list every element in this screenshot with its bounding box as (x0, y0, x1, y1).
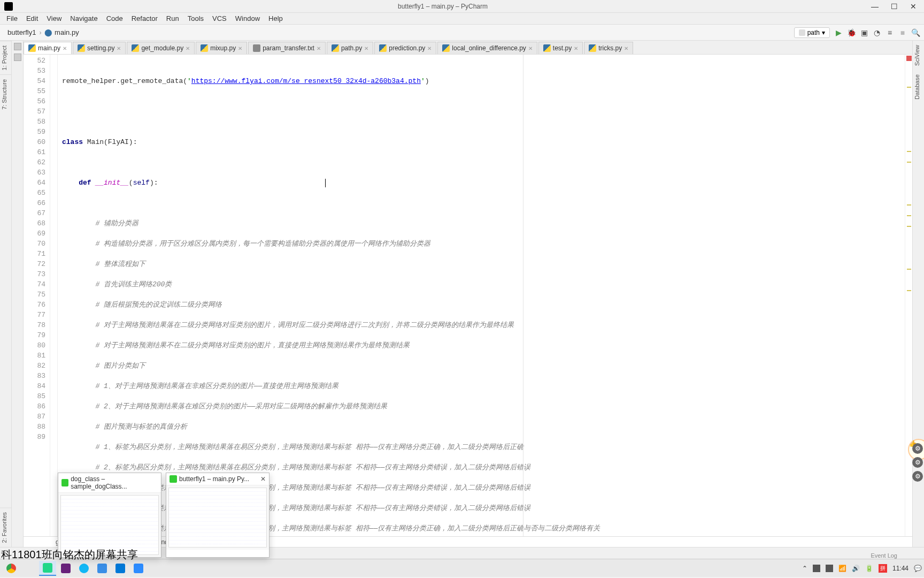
close-icon[interactable]: ✕ (186, 45, 190, 51)
tray-expand-icon[interactable]: ⌃ (802, 565, 807, 572)
editor-tab-test[interactable]: test.py✕ (538, 42, 583, 54)
preview-thumbnail (166, 485, 269, 550)
editor-tab-get-module[interactable]: get_module.py✕ (127, 42, 195, 54)
clock[interactable]: 11:44 (892, 565, 908, 572)
editor-tabs: main.py✕ setting.py✕ get_module.py✕ mixu… (24, 41, 912, 55)
tray-app-icon[interactable] (813, 565, 820, 572)
coverage-icon[interactable]: ▣ (860, 28, 868, 37)
close-icon[interactable]: ✕ (364, 45, 368, 51)
battery-icon[interactable]: 🔋 (865, 565, 873, 572)
close-icon[interactable]: ✕ (117, 45, 121, 51)
fold-gutter[interactable] (50, 55, 58, 536)
close-icon[interactable]: ✕ (574, 45, 578, 51)
gear-icon[interactable]: ⚙ (912, 471, 923, 482)
config-icon (799, 29, 805, 36)
tool-tab-sciview[interactable]: SciView (913, 41, 924, 70)
warning-mark[interactable] (907, 226, 911, 227)
menu-edit[interactable]: Edit (22, 13, 42, 24)
warning-mark[interactable] (907, 215, 911, 216)
python-file-icon (543, 44, 551, 52)
editor-tab-param-transfer[interactable]: param_transfer.txt✕ (248, 42, 326, 54)
menu-run[interactable]: Run (162, 13, 183, 24)
navigation-bar: butterfly1 › ⬤ main.py path ▾ ▶ 🐞 ▣ ◔ ≡ … (0, 25, 924, 41)
project-icon[interactable] (14, 43, 21, 50)
analysis-status-icon[interactable] (906, 56, 912, 61)
code-content[interactable]: remote_helper.get_remote_data('https://w… (58, 55, 905, 536)
gear-icon[interactable]: ⚙ (912, 443, 923, 454)
vscode-icon (116, 564, 125, 573)
python-file-icon (442, 44, 450, 52)
menu-help[interactable]: Help (264, 13, 287, 24)
network-icon[interactable]: 📶 (838, 565, 846, 572)
left-nav-stripe (12, 41, 24, 547)
editor-tab-tricks[interactable]: tricks.py✕ (584, 42, 633, 54)
preview-card-butterfly[interactable]: butterfly1 – main.py Py...✕ (166, 473, 270, 558)
preview-card-dog-class[interactable]: dog_class – sample_dogClass... (58, 473, 161, 558)
run-config-selector[interactable]: path ▾ (794, 27, 830, 38)
code-editor[interactable]: 5253545556575859606162636465666768697071… (24, 55, 912, 536)
profile-icon[interactable]: ◔ (873, 28, 881, 37)
notifications-icon[interactable]: 💬 (914, 565, 922, 572)
menu-file[interactable]: File (2, 13, 22, 24)
close-icon[interactable]: ✕ (63, 45, 67, 51)
tray-app-icon[interactable] (826, 565, 833, 572)
editor-tab-prediction[interactable]: prediction.py✕ (374, 42, 436, 54)
menu-vcs[interactable]: VCS (208, 13, 231, 24)
preview-title: butterfly1 – main.py Py... (179, 475, 249, 483)
menu-refactor[interactable]: Refactor (127, 13, 162, 24)
pycharm-icon (61, 479, 68, 486)
warning-mark[interactable] (907, 162, 911, 163)
warning-mark[interactable] (907, 151, 911, 152)
close-icon[interactable]: ✕ (238, 45, 242, 51)
editor-tab-path[interactable]: path.py✕ (327, 42, 373, 54)
menu-view[interactable]: View (42, 13, 66, 24)
menu-code[interactable]: Code (102, 13, 127, 24)
warning-mark[interactable] (907, 269, 911, 270)
screen-share-banner: 科11801班向铭杰的屏幕共享 (0, 546, 139, 563)
warning-mark[interactable] (907, 290, 911, 291)
editor-tab-local-online-diff[interactable]: local_online_difference.py✕ (437, 42, 537, 54)
close-icon[interactable]: ✕ (528, 45, 533, 51)
python-file-icon (589, 44, 596, 52)
right-margin-guide (523, 55, 523, 536)
python-file-icon (132, 44, 139, 52)
stop-icon[interactable]: ■ (898, 28, 907, 37)
debug-icon[interactable]: 🐞 (847, 28, 856, 37)
close-button[interactable]: ✕ (907, 1, 920, 12)
breadcrumb-file[interactable]: ⬤ main.py (41, 27, 82, 37)
zoom-icon (134, 564, 143, 573)
error-stripe[interactable] (905, 55, 912, 536)
gear-icon[interactable]: ⚙ (912, 457, 923, 468)
run-icon[interactable]: ▶ (834, 28, 843, 37)
editor-tab-main[interactable]: main.py✕ (24, 42, 72, 54)
tool-tab-structure[interactable]: 7: Structure (0, 74, 11, 114)
concurrency-icon[interactable]: ≡ (886, 28, 894, 37)
event-log-label[interactable]: Event Log (871, 552, 897, 559)
search-everywhere-icon[interactable]: 🔍 (911, 28, 920, 37)
text-cursor (325, 179, 326, 187)
editor-tab-mixup[interactable]: mixup.py✕ (196, 42, 247, 54)
tool-tab-database[interactable]: Database (913, 70, 924, 104)
menu-bar: File Edit View Navigate Code Refactor Ru… (0, 13, 924, 25)
visualstudio-icon (61, 564, 71, 573)
breadcrumb-project[interactable]: butterfly1 (4, 27, 39, 37)
menu-window[interactable]: Window (231, 13, 264, 24)
maximize-button[interactable]: ☐ (888, 1, 900, 12)
close-icon[interactable]: ✕ (317, 45, 321, 51)
volume-icon[interactable]: 🔊 (852, 565, 860, 572)
menu-navigate[interactable]: Navigate (66, 13, 102, 24)
close-icon[interactable]: ✕ (624, 45, 628, 51)
close-icon[interactable]: ✕ (427, 45, 432, 51)
warning-mark[interactable] (907, 87, 911, 88)
editor-tab-setting[interactable]: setting.py✕ (73, 42, 126, 54)
minimize-button[interactable]: — (868, 1, 881, 12)
tool-tab-favorites[interactable]: 2: Favorites (0, 507, 11, 547)
menu-tools[interactable]: Tools (183, 13, 208, 24)
app-icon (25, 564, 34, 573)
taskbar-window-previews: dog_class – sample_dogClass... butterfly… (58, 473, 270, 558)
folder-icon[interactable] (14, 54, 21, 61)
tool-tab-project[interactable]: 1: Project (0, 41, 11, 74)
warning-mark[interactable] (907, 204, 911, 206)
preview-close-icon[interactable]: ✕ (260, 475, 266, 483)
ime-icon[interactable]: 拼 (879, 564, 887, 573)
